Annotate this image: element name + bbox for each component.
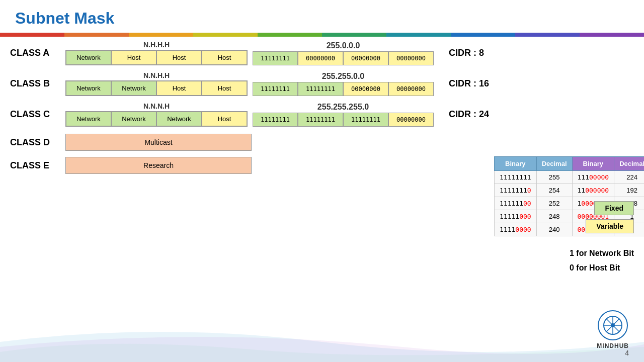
class-a-binary-group: 255.0.0.0 11111111 00000000 00000000 000… (253, 41, 434, 65)
table-cell-r3-c0: 11111000 (495, 210, 537, 223)
class-a-bin-2: 00000000 (343, 51, 388, 65)
network-bit-line1: 1 for Network Bit (570, 246, 634, 261)
table-cell-r2-c0: 11111100 (495, 197, 537, 210)
table-cell-r0-c2: 11100000 (572, 171, 614, 184)
wave-background (0, 312, 644, 362)
table-row: 1111111025411000000192 (495, 184, 644, 197)
class-b-box-3: Host (202, 81, 247, 96)
table-cell-r0-c3: 224 (614, 171, 644, 184)
class-a-row: CLASS A N.H.H.H Network Host Host Host 2… (10, 41, 489, 65)
class-e-research: Research (65, 157, 252, 174)
network-bit-text: 1 for Network Bit 0 for Host Bit (570, 246, 634, 276)
table-cell-r2-c1: 252 (536, 197, 572, 210)
logo-label: MINDHUB (597, 342, 629, 349)
class-b-cidr: CIDR : 16 (449, 78, 489, 89)
class-c-binary: 11111111 11111111 11111111 00000000 (253, 113, 434, 127)
class-b-notation: N.N.H.H (65, 71, 248, 79)
network-bit-line2: 0 for Host Bit (570, 261, 634, 276)
table-cell-r1-c3: 192 (614, 184, 644, 197)
table-cell-r1-c0: 11111110 (495, 184, 537, 197)
class-b-row: CLASS B N.N.H.H Network Network Host Hos… (10, 71, 489, 96)
class-c-boxes-group: N.N.N.H Network Network Network Host (65, 102, 248, 127)
class-e-row: CLASS E Research (10, 157, 489, 174)
class-c-bin-3: 00000000 (388, 113, 434, 127)
logo-circle (598, 310, 628, 340)
class-b-bin-2: 00000000 (343, 82, 388, 96)
class-b-bin-0: 11111111 (253, 82, 298, 96)
page-title: Subnet Mask (0, 0, 644, 28)
class-c-bin-1: 11111111 (298, 113, 343, 127)
mindhub-logo: MINDHUB (597, 310, 629, 349)
legend-section: Fixed Variable (586, 201, 634, 233)
table-header-binary2: Binary (572, 157, 614, 171)
class-a-bin-1: 00000000 (298, 51, 343, 65)
page-number: 4 (625, 349, 629, 357)
class-a-bin-3: 00000000 (388, 51, 434, 65)
class-c-binary-group: 255.255.255.0 11111111 11111111 11111111… (253, 103, 434, 127)
table-row: 1111111125511100000224 (495, 171, 644, 184)
class-b-bin-1: 11111111 (298, 82, 343, 96)
class-b-box-2: Host (156, 81, 202, 96)
class-a-bin-0: 11111111 (253, 51, 298, 65)
table-header-binary1: Binary (495, 157, 537, 171)
class-c-box-2: Network (156, 112, 202, 126)
svg-point-5 (611, 323, 615, 327)
legend-fixed: Fixed (594, 201, 634, 215)
table-cell-r4-c1: 240 (536, 223, 572, 236)
class-a-boxes: Network Host Host Host (65, 50, 248, 65)
class-b-box-1: Network (111, 81, 156, 96)
table-header-decimal2: Decimal (614, 157, 644, 171)
class-c-boxes: Network Network Network Host (65, 111, 248, 127)
class-b-boxes: Network Network Host Host (65, 80, 248, 96)
class-c-notation: N.N.N.H (65, 102, 248, 110)
class-c-box-1: Network (111, 112, 156, 126)
class-b-ip: 255.255.0.0 (253, 72, 434, 81)
class-a-ip: 255.0.0.0 (253, 41, 434, 50)
class-b-label: CLASS B (10, 78, 60, 89)
class-c-box-3: Host (202, 112, 247, 126)
class-b-box-0: Network (66, 81, 111, 96)
slide: Subnet Mask CLASS A N.H.H.H Network Host… (0, 0, 644, 362)
class-d-multicast: Multicast (65, 134, 252, 151)
class-d-label: CLASS D (10, 137, 60, 148)
table-cell-r1-c2: 11000000 (572, 184, 614, 197)
class-c-cidr: CIDR : 24 (449, 109, 489, 120)
legend-variable: Variable (586, 219, 634, 233)
class-c-row: CLASS C N.N.N.H Network Network Network … (10, 102, 489, 127)
class-b-boxes-group: N.N.H.H Network Network Host Host (65, 71, 248, 96)
class-c-bin-2: 11111111 (343, 113, 388, 127)
table-cell-r3-c1: 248 (536, 210, 572, 223)
class-b-binary: 11111111 11111111 00000000 00000000 (253, 82, 434, 96)
table-cell-r4-c0: 11110000 (495, 223, 537, 236)
class-a-label: CLASS A (10, 48, 60, 58)
class-a-box-0: Network (66, 50, 111, 65)
class-a-notation: N.H.H.H (65, 41, 248, 49)
table-cell-r0-c1: 255 (536, 171, 572, 184)
class-c-ip: 255.255.255.0 (253, 103, 434, 112)
class-c-label: CLASS C (10, 109, 60, 120)
table-header-decimal1: Decimal (536, 157, 572, 171)
left-section: CLASS A N.H.H.H Network Host Host Host 2… (10, 41, 489, 236)
class-c-box-0: Network (66, 112, 111, 126)
class-a-binary: 11111111 00000000 00000000 00000000 (253, 51, 434, 65)
class-a-box-2: Host (156, 50, 202, 65)
class-d-row: CLASS D Multicast (10, 134, 489, 151)
table-cell-r0-c0: 11111111 (495, 171, 537, 184)
class-a-boxes-group: N.H.H.H Network Host Host Host (65, 41, 248, 65)
class-a-cidr: CIDR : 8 (449, 48, 484, 58)
rainbow-bar (0, 33, 644, 37)
table-cell-r1-c1: 254 (536, 184, 572, 197)
class-e-label: CLASS E (10, 160, 60, 171)
class-c-bin-0: 11111111 (253, 113, 298, 127)
class-b-binary-group: 255.255.0.0 11111111 11111111 00000000 0… (253, 72, 434, 96)
class-a-box-3: Host (202, 50, 247, 65)
class-a-box-1: Host (111, 50, 156, 65)
class-b-bin-3: 00000000 (388, 82, 434, 96)
